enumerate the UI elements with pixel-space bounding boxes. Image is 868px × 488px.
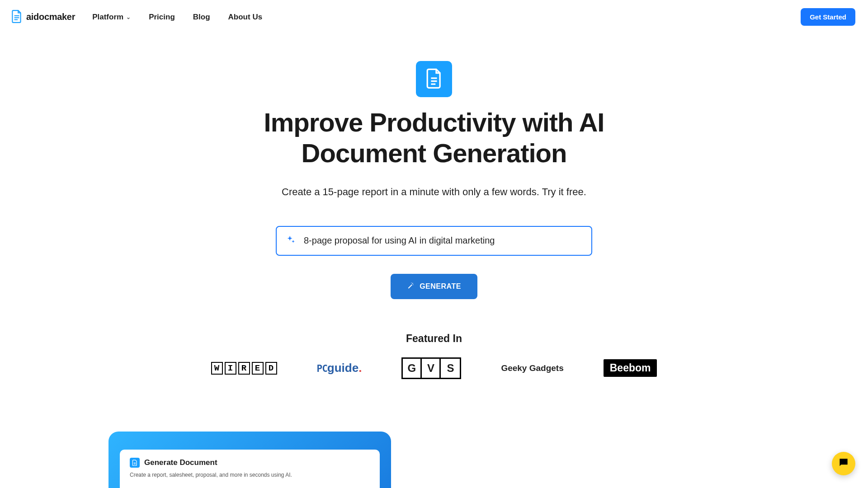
prompt-input[interactable] (304, 235, 582, 246)
document-icon (130, 458, 140, 468)
featured-section: Featured In WIRED PCguide. GVS Geeky Gad… (211, 333, 657, 379)
magic-wand-icon (407, 282, 414, 291)
featured-title: Featured In (211, 333, 657, 345)
hero-title: Improve Productivity with AI Document Ge… (249, 107, 619, 169)
generate-button[interactable]: GENERATE (391, 274, 477, 299)
nav-pricing-label: Pricing (149, 13, 175, 22)
logo[interactable]: aidocmaker (11, 9, 75, 25)
document-icon (425, 68, 443, 90)
logo-geeky-gadgets: Geeky Gadgets (501, 363, 563, 373)
chat-icon (838, 457, 849, 470)
logo-pcguide-dot: . (359, 361, 362, 375)
prompt-box[interactable] (276, 226, 592, 256)
hero-section: Improve Productivity with AI Document Ge… (0, 34, 868, 379)
demo-card-title: Generate Document (144, 458, 217, 467)
svg-point-6 (412, 283, 413, 284)
nav-about[interactable]: About Us (228, 13, 263, 22)
chevron-down-icon: ⌄ (126, 14, 131, 20)
sparkle-icon (286, 235, 296, 247)
nav-platform[interactable]: Platform ⌄ (92, 13, 131, 22)
featured-logos: WIRED PCguide. GVS Geeky Gadgets Beebom (211, 357, 657, 379)
logo-pcguide: PCguide. (317, 361, 362, 375)
hero-subtitle: Create a 15-page report in a minute with… (282, 186, 586, 198)
document-icon (11, 9, 23, 25)
logo-text: aidocmaker (26, 12, 75, 22)
get-started-label: Get Started (810, 13, 846, 21)
nav-blog[interactable]: Blog (193, 13, 210, 22)
nav-platform-label: Platform (92, 13, 123, 22)
header: aidocmaker Platform ⌄ Pricing Blog About… (0, 0, 868, 34)
demo-card-subtitle: Create a report, salesheet, proposal, an… (130, 472, 370, 478)
nav-about-label: About Us (228, 13, 263, 22)
get-started-button[interactable]: Get Started (801, 8, 855, 26)
demo-preview: Generate Document Create a report, sales… (108, 432, 391, 488)
chat-support-button[interactable] (832, 452, 855, 475)
nav-pricing[interactable]: Pricing (149, 13, 175, 22)
hero-icon-box (416, 61, 452, 97)
main-nav: Platform ⌄ Pricing Blog About Us (92, 13, 262, 22)
logo-gvs: GVS (401, 357, 461, 379)
logo-beebom: Beebom (604, 359, 657, 377)
generate-label: GENERATE (420, 282, 461, 291)
header-left: aidocmaker Platform ⌄ Pricing Blog About… (11, 9, 262, 25)
demo-card-header: Generate Document (130, 458, 370, 468)
demo-card: Generate Document Create a report, sales… (120, 450, 380, 488)
logo-wired: WIRED (211, 362, 277, 375)
logo-pcguide-guide: guide (327, 361, 359, 375)
logo-pcguide-pc: PC (317, 363, 327, 374)
nav-blog-label: Blog (193, 13, 210, 22)
svg-point-7 (411, 282, 411, 283)
svg-point-8 (413, 284, 413, 285)
